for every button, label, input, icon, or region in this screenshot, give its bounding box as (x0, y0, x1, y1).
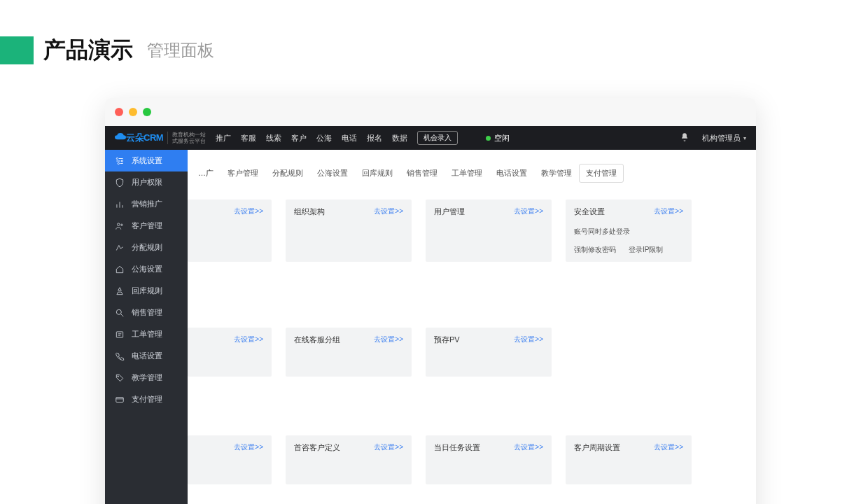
settings-card-first-consult: 首咨客户定义 去设置>> (286, 435, 412, 484)
sidebar-item-customer[interactable]: 客户管理 (105, 215, 188, 237)
tab-item[interactable]: 销售管理 (400, 164, 444, 183)
sidebar-item-user-permissions[interactable]: 用户权限 (105, 172, 188, 193)
home-icon (115, 265, 125, 274)
window-titlebar (105, 98, 756, 126)
svg-point-10 (121, 224, 122, 225)
user-label: 机构管理员 (702, 133, 741, 144)
tab-item[interactable]: 支付管理 (579, 164, 624, 183)
card-sub-item[interactable]: 登录IP限制 (629, 245, 663, 255)
go-settings-link[interactable]: 去设置>> (514, 442, 543, 452)
page-header: 产品演示 管理面板 (0, 0, 847, 87)
status-indicator[interactable]: 空闲 (486, 133, 510, 144)
sidebar-item-label: 用户权限 (132, 177, 162, 188)
go-settings-link[interactable]: 去设置>> (514, 206, 543, 216)
go-settings-link[interactable]: 去设置>> (234, 442, 263, 452)
go-settings-link[interactable]: 去设置>> (234, 335, 263, 344)
go-settings-link[interactable]: 去设置>> (374, 206, 403, 216)
status-dot-icon (486, 136, 491, 141)
settings-card-customer-cycle: 客户周期设置 去设置>> (566, 435, 692, 484)
card-title: 组织架构 (294, 206, 325, 217)
ticket-icon (115, 330, 125, 340)
go-settings-link[interactable]: 去设置>> (374, 335, 403, 344)
nav-item[interactable]: 线索 (266, 133, 281, 144)
settings-card-daily-task: 当日任务设置 去设置>> (426, 435, 552, 484)
card-icon (115, 395, 125, 405)
sidebar-item-teaching[interactable]: 教学管理 (105, 367, 188, 388)
tab-item[interactable]: 工单管理 (444, 164, 489, 183)
sidebar-item-label: 销售管理 (132, 307, 162, 318)
svg-point-11 (116, 309, 121, 314)
page-title: 产品演示 (43, 35, 133, 66)
tab-item[interactable]: 分配规则 (265, 164, 310, 183)
tab-item[interactable]: 电话设置 (489, 164, 534, 183)
card-title: 用户管理 (434, 206, 465, 217)
go-settings-link[interactable]: 去设置>> (654, 206, 683, 216)
go-settings-link[interactable]: 去设置>> (654, 442, 683, 452)
sidebar-item-recycle-rules[interactable]: 回库规则 (105, 280, 188, 302)
record-button[interactable]: 机会录入 (417, 131, 458, 145)
tab-item[interactable]: 回库规则 (355, 164, 400, 183)
sidebar-item-label: 客户管理 (132, 220, 162, 231)
window-minimize-icon[interactable] (129, 108, 137, 116)
nav-item[interactable]: 推广 (216, 133, 231, 144)
main-content: …广 客户管理 分配规则 公海设置 回库规则 销售管理 工单管理 电话设置 教学… (188, 150, 756, 504)
sidebar-item-ticket[interactable]: 工单管理 (105, 323, 188, 345)
tag-icon (115, 373, 125, 383)
go-settings-link[interactable]: 去设置>> (234, 206, 263, 216)
nav-items: 推广 客服 线索 客户 公海 电话 报名 数据 机会录入 (216, 131, 458, 145)
nav-item[interactable]: 数据 (392, 133, 407, 144)
nav-item[interactable]: 客服 (241, 133, 256, 144)
nav-item[interactable]: 电话 (342, 133, 357, 144)
sidebar-item-sales[interactable]: 销售管理 (105, 302, 188, 323)
sidebar: 系统设置 用户权限 营销推广 客户管理 分配规则 公海设置 (105, 150, 188, 504)
card-title: 在线客服分组 (294, 335, 340, 345)
svg-point-16 (118, 375, 119, 377)
recycle-icon (115, 286, 125, 296)
tab-item[interactable]: 公海设置 (310, 164, 355, 183)
card-row: 去设置>> 在线客服分组 去设置>> 预存PV 去设置>> (188, 318, 756, 377)
card-title: 安全设置 (574, 206, 605, 217)
sidebar-item-assign-rules[interactable]: 分配规则 (105, 237, 188, 258)
settings-card: 去设置>> (188, 328, 272, 377)
assign-icon (115, 243, 125, 253)
nav-item[interactable]: 公海 (316, 133, 332, 144)
card-title: 客户周期设置 (574, 442, 620, 453)
sidebar-item-payment[interactable]: 支付管理 (105, 388, 188, 410)
sidebar-item-label: 营销推广 (132, 199, 162, 209)
svg-point-4 (118, 162, 119, 164)
sidebar-item-label: 工单管理 (132, 329, 162, 340)
user-menu[interactable]: 机构管理员 ▾ (702, 133, 746, 144)
go-settings-link[interactable]: 去设置>> (514, 335, 543, 344)
sidebar-item-marketing[interactable]: 营销推广 (105, 193, 188, 215)
tab-item[interactable]: 教学管理 (534, 164, 579, 183)
notification-icon[interactable] (680, 132, 690, 144)
card-sub-item[interactable]: 账号同时多处登录 (574, 227, 630, 237)
chevron-down-icon: ▾ (743, 135, 746, 141)
settings-card-pv: 预存PV 去设置>> (426, 328, 552, 377)
sidebar-item-label: 教学管理 (132, 372, 162, 383)
tab-item[interactable]: 客户管理 (220, 164, 265, 183)
card-title: 首咨客户定义 (294, 442, 340, 453)
sidebar-item-label: 系统设置 (132, 155, 162, 166)
card-sub-item[interactable]: 强制修改密码 (574, 245, 616, 255)
go-settings-link[interactable]: 去设置>> (374, 442, 403, 452)
sidebar-item-public-sea[interactable]: 公海设置 (105, 258, 188, 280)
svg-point-0 (116, 158, 118, 159)
app-window: 云朵CRM 教育机构一站式服务云平台 推广 客服 线索 客户 公海 电话 报名 … (105, 98, 756, 504)
card-title: 当日任务设置 (434, 442, 480, 453)
card-row: 去设置>> 首咨客户定义 去设置>> 当日任务设置 去设置>> (188, 426, 756, 484)
nav-item[interactable]: 报名 (367, 133, 382, 144)
window-maximize-icon[interactable] (143, 108, 151, 116)
nav-item[interactable]: 客户 (291, 133, 307, 144)
settings-card-online-group: 在线客服分组 去设置>> (286, 328, 412, 377)
window-close-icon[interactable] (115, 108, 123, 116)
tab-item[interactable]: …广 (191, 164, 220, 183)
sidebar-item-phone-settings[interactable]: 电话设置 (105, 345, 188, 367)
logo[interactable]: 云朵CRM 教育机构一站式服务云平台 (115, 132, 206, 144)
sidebar-item-label: 分配规则 (132, 242, 162, 253)
accent-block (0, 36, 34, 64)
sidebar-item-system-settings[interactable]: 系统设置 (105, 150, 188, 172)
logo-text: 云朵CRM (115, 132, 163, 144)
status-label: 空闲 (494, 133, 510, 144)
sidebar-item-label: 电话设置 (132, 351, 162, 361)
